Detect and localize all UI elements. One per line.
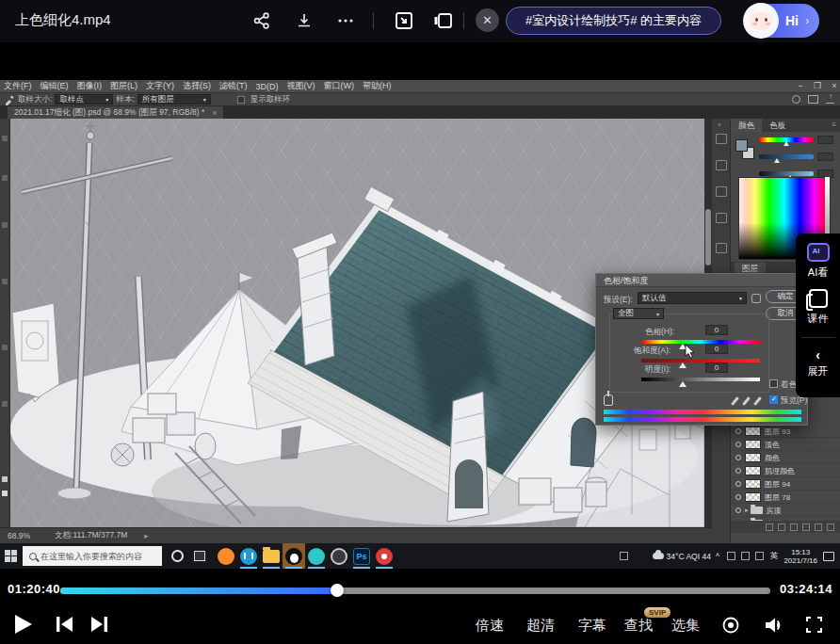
courseware-button[interactable]: 课件	[796, 280, 840, 326]
brightness-slider[interactable]	[759, 171, 814, 176]
subtitles-button[interactable]: 字幕	[578, 617, 606, 635]
colorize-checkbox[interactable]	[769, 379, 778, 388]
minimize-icon[interactable]: −	[794, 81, 807, 91]
layer-row[interactable]: ▸房顶	[731, 505, 840, 517]
sat-track[interactable]	[641, 359, 760, 362]
layer-visibility-icon[interactable]	[735, 428, 741, 434]
listen-mode-icon[interactable]	[721, 616, 740, 635]
hue-track[interactable]	[641, 340, 760, 344]
menu-item-9[interactable]: 视图(V)	[287, 80, 315, 92]
status-arrow-icon[interactable]: ▸	[144, 531, 148, 540]
restore-icon[interactable]: ❐	[811, 81, 824, 91]
menu-item-7[interactable]: 滤镜(T)	[219, 80, 248, 92]
start-button[interactable]	[5, 550, 17, 562]
menu-item-10[interactable]: 窗口(W)	[324, 80, 355, 92]
firefox-icon[interactable]	[215, 543, 237, 569]
sample-size-dropdown[interactable]: 取样点▾	[55, 94, 113, 105]
layer-row[interactable]: 顶色	[731, 439, 840, 451]
layer-row[interactable]: 图层 93	[731, 426, 840, 438]
layer-visibility-icon[interactable]	[735, 481, 741, 487]
layer-visibility-icon[interactable]	[735, 442, 741, 447]
layer-row[interactable]: 图层 94	[731, 478, 840, 491]
svip-badge[interactable]: SVIP	[644, 607, 670, 618]
progress-bar[interactable]	[60, 588, 770, 594]
ps-toolbar[interactable]	[0, 119, 10, 529]
preset-gear-icon[interactable]	[751, 294, 761, 303]
hue-thumb[interactable]	[679, 344, 687, 349]
layers-panel-buttons[interactable]	[731, 521, 840, 533]
layer-row[interactable]: 肌理颜色	[731, 465, 840, 477]
tab-close-icon[interactable]: ×	[212, 108, 217, 118]
topic-pill[interactable]: #室内设计绘制技巧# 的主要内容	[506, 7, 721, 35]
layer-visibility-icon[interactable]	[735, 494, 741, 500]
layer-row[interactable]: 图层 78	[731, 491, 840, 504]
saturation-slider[interactable]	[759, 154, 814, 159]
collapse-icon[interactable]: «	[718, 121, 721, 128]
panel-menu-icon[interactable]: ≡	[828, 119, 840, 132]
targeted-adjust-icon[interactable]	[604, 394, 613, 406]
panel-icon-1[interactable]	[716, 134, 727, 144]
close-assistant-icon[interactable]: ✕	[476, 8, 499, 32]
workspace-icon[interactable]	[808, 95, 818, 104]
menu-item-4[interactable]: 图层(L)	[110, 80, 137, 92]
close-window-icon[interactable]: ×	[828, 81, 840, 91]
foreground-color-swatch[interactable]	[735, 139, 748, 152]
menu-item-11[interactable]: 帮助(H)	[363, 80, 392, 92]
qq-icon[interactable]	[283, 543, 305, 569]
media-player-icon[interactable]	[237, 543, 260, 569]
panel-icon-2[interactable]	[716, 160, 727, 170]
eyedropper-plus-icon[interactable]	[742, 396, 751, 406]
progress-thumb[interactable]	[331, 584, 344, 597]
eyedropper-minus-icon[interactable]	[753, 396, 762, 406]
eyedropper-icon[interactable]	[731, 396, 739, 406]
next-button[interactable]	[89, 615, 110, 634]
show-ring-checkbox[interactable]	[237, 96, 245, 104]
dialog-title[interactable]: 色相/饱和度	[596, 274, 807, 287]
panel-icon-4[interactable]	[716, 213, 727, 223]
saturation-value-box[interactable]	[817, 153, 833, 161]
layer-visibility-icon[interactable]	[735, 455, 741, 460]
preset-dropdown[interactable]: 默认值▾	[638, 292, 747, 304]
expand-button[interactable]: ‹ 展开	[796, 338, 840, 378]
menu-item-3[interactable]: 图像(I)	[77, 80, 103, 92]
more-icon[interactable]	[334, 9, 357, 32]
taskbar-search[interactable]	[23, 546, 162, 566]
edge-icon[interactable]	[305, 543, 328, 569]
light-thumb[interactable]	[679, 381, 687, 387]
mini-player-icon[interactable]	[432, 9, 455, 32]
photoshop-icon[interactable]: Ps	[350, 543, 373, 569]
fullscreen-icon[interactable]	[805, 616, 823, 634]
menu-item-1[interactable]: 文件(F)	[4, 80, 32, 92]
clock[interactable]: 15:132021/7/16	[783, 548, 817, 565]
action-center-icon[interactable]	[823, 552, 834, 561]
episodes-button[interactable]: 选集	[671, 617, 700, 635]
previous-button[interactable]	[54, 615, 74, 634]
panel-icon-5[interactable]	[716, 243, 727, 253]
scope-dropdown[interactable]: 全图▾	[613, 308, 664, 319]
menu-item-6[interactable]: 选择(S)	[183, 80, 211, 92]
volume-icon[interactable]	[763, 615, 783, 636]
eyedropper-tool-icon[interactable]	[4, 94, 15, 105]
sat-value[interactable]: 0	[705, 344, 728, 354]
cortana-icon[interactable]	[171, 550, 184, 562]
menu-item-2[interactable]: 编辑(E)	[40, 80, 69, 92]
light-value[interactable]: 0	[705, 362, 728, 373]
quality-button[interactable]: 超清	[526, 617, 555, 635]
file-explorer-icon[interactable]	[260, 543, 283, 569]
preview-checkbox[interactable]	[769, 395, 778, 404]
search-input[interactable]	[40, 552, 153, 561]
share-icon[interactable]	[250, 9, 273, 32]
hue-value-box[interactable]	[817, 136, 833, 144]
assistant-button[interactable]: Hi ›	[746, 4, 819, 38]
find-button[interactable]: 查找	[624, 617, 653, 635]
layer-row[interactable]: 颜色	[731, 452, 840, 464]
ps-search-icon[interactable]	[792, 95, 800, 104]
panel-icon-3[interactable]	[716, 186, 727, 197]
tray-icon-2[interactable]	[741, 552, 750, 560]
ai-view-button[interactable]: AI看	[796, 233, 840, 280]
tab-color[interactable]: 颜色	[731, 119, 762, 132]
zoom-level[interactable]: 68.9%	[8, 531, 30, 540]
layer-visibility-icon[interactable]	[735, 507, 741, 513]
hue-value[interactable]: 0	[705, 325, 728, 335]
weather-text[interactable]: 34°C AQI 44	[667, 552, 711, 561]
